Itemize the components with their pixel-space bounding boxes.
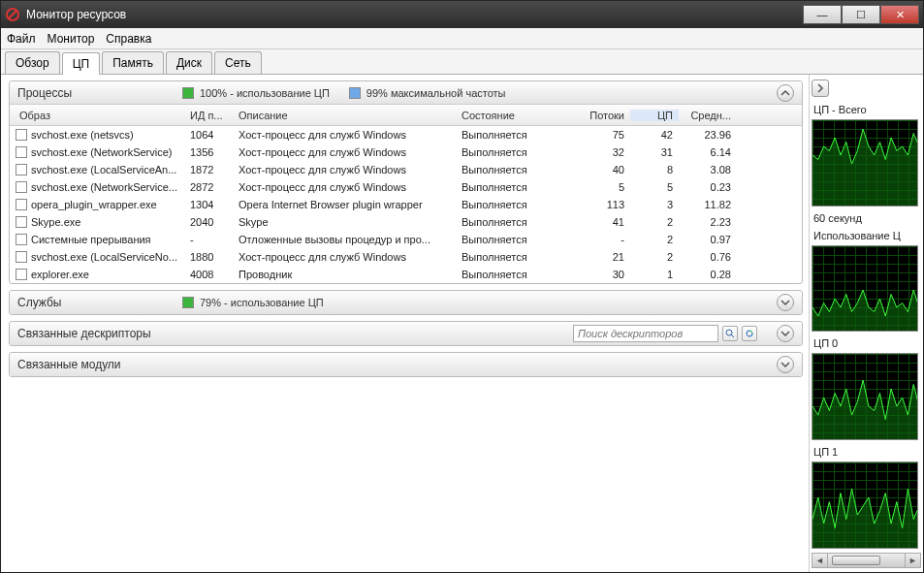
cpu-usage-meter: 100% - использование ЦП: [182, 87, 330, 99]
process-rows: svchost.exe (netsvcs)1064Хост-процесс дл…: [10, 126, 802, 283]
menu-file[interactable]: Файл: [7, 32, 36, 46]
window-buttons: — ☐ ✕: [803, 5, 919, 24]
graph-label-cpu1: ЦП 1: [812, 444, 921, 458]
scroll-left-icon[interactable]: ◄: [812, 554, 828, 567]
expand-button[interactable]: [777, 325, 794, 342]
graph-label-total: ЦП - Всего: [812, 102, 921, 115]
side-collapse-button[interactable]: [812, 80, 829, 97]
row-checkbox[interactable]: [16, 269, 27, 280]
col-pid[interactable]: ИД п...: [184, 110, 233, 121]
col-desc[interactable]: Описание: [233, 110, 456, 121]
tabbar: Обзор ЦП Память Диск Сеть: [1, 49, 923, 75]
expand-button[interactable]: [777, 294, 794, 311]
expand-button[interactable]: [777, 356, 794, 373]
table-row[interactable]: explorer.exe4008ПроводникВыполняется3010…: [10, 266, 802, 283]
green-square-icon: [182, 87, 194, 99]
modules-title: Связанные модули: [17, 358, 121, 371]
table-row[interactable]: svchost.exe (LocalServiceAn...1872Хост-п…: [10, 161, 802, 178]
chevron-down-icon: [781, 298, 790, 307]
modules-panel: Связанные модули: [9, 352, 803, 377]
handles-header[interactable]: Связанные дескрипторы: [10, 322, 802, 345]
refresh-button[interactable]: [742, 326, 757, 341]
window-title: Монитор ресурсов: [26, 8, 803, 21]
table-row[interactable]: svchost.exe (NetworkService...2872Хост-п…: [10, 178, 802, 196]
row-checkbox[interactable]: [16, 199, 27, 210]
app-icon: [5, 7, 20, 22]
tab-cpu[interactable]: ЦП: [62, 52, 101, 75]
table-row[interactable]: opera_plugin_wrapper.exe1304Opera Intern…: [10, 196, 802, 213]
table-row[interactable]: svchost.exe (netsvcs)1064Хост-процесс дл…: [10, 126, 802, 143]
graph-cpu1: [812, 462, 918, 549]
minimize-button[interactable]: —: [803, 5, 842, 24]
col-image[interactable]: Образ: [10, 110, 184, 121]
menu-help[interactable]: Справка: [106, 32, 151, 46]
close-button[interactable]: ✕: [880, 5, 919, 24]
chevron-down-icon: [781, 329, 790, 338]
table-row[interactable]: Skype.exe2040SkypeВыполняется4122.23: [10, 213, 802, 231]
menu-monitor[interactable]: Монитор: [48, 32, 95, 46]
side-scrollbar[interactable]: ◄ ►: [812, 553, 921, 568]
handles-panel: Связанные дескрипторы: [9, 321, 803, 346]
processes-title: Процессы: [17, 86, 163, 100]
processes-header[interactable]: Процессы 100% - использование ЦП 99% мак…: [10, 81, 802, 105]
tab-disk[interactable]: Диск: [166, 51, 212, 74]
col-cpu[interactable]: ЦП: [630, 110, 679, 121]
table-row[interactable]: svchost.exe (NetworkService)1356Хост-про…: [10, 143, 802, 161]
titlebar[interactable]: Монитор ресурсов — ☐ ✕: [1, 1, 923, 28]
table-row[interactable]: svchost.exe (LocalServiceNo...1880Хост-п…: [10, 248, 802, 266]
table-header: Образ ИД п... Описание Состояние Потоки …: [10, 105, 802, 126]
tab-overview[interactable]: Обзор: [5, 51, 60, 74]
graph-cpu0: [812, 353, 918, 440]
max-freq-meter: 99% максимальной частоты: [349, 87, 506, 99]
content-area: Процессы 100% - использование ЦП 99% мак…: [1, 75, 923, 572]
search-button[interactable]: [722, 326, 738, 341]
tab-memory[interactable]: Память: [102, 51, 164, 74]
handles-title: Связанные дескрипторы: [17, 327, 151, 340]
graph-label-cpu0: ЦП 0: [812, 335, 921, 349]
tab-network[interactable]: Сеть: [214, 51, 262, 74]
processes-panel: Процессы 100% - использование ЦП 99% мак…: [9, 80, 803, 284]
svg-line-1: [9, 11, 16, 18]
graph-cpu-total: [812, 119, 918, 207]
services-cpu-meter: 79% - использование ЦП: [182, 297, 324, 308]
row-checkbox[interactable]: [16, 129, 27, 141]
green-square-icon: [182, 297, 194, 308]
row-checkbox[interactable]: [16, 234, 27, 245]
search-box: [573, 325, 757, 342]
row-checkbox[interactable]: [16, 164, 27, 175]
side-panel: ЦП - Всего 60 секунд Использование Ц ЦП …: [809, 75, 923, 572]
col-avg[interactable]: Средн...: [679, 110, 737, 121]
side-top: [812, 79, 921, 98]
col-threads[interactable]: Потоки: [572, 110, 630, 121]
row-checkbox[interactable]: [16, 216, 27, 228]
row-checkbox[interactable]: [16, 181, 27, 193]
resource-monitor-window: Монитор ресурсов — ☐ ✕ Файл Монитор Спра…: [0, 0, 924, 573]
search-input[interactable]: [573, 325, 718, 342]
graph-cpu-usage: [812, 245, 918, 333]
blue-square-icon: [349, 87, 361, 99]
svg-line-3: [731, 334, 734, 337]
modules-header[interactable]: Связанные модули: [10, 353, 802, 376]
col-state[interactable]: Состояние: [456, 110, 572, 121]
scroll-thumb[interactable]: [832, 556, 880, 565]
maximize-button[interactable]: ☐: [842, 5, 880, 24]
chevron-down-icon: [781, 360, 790, 369]
graph-label-usage: Использование Ц: [812, 228, 921, 241]
refresh-icon: [745, 329, 754, 338]
collapse-button[interactable]: [777, 84, 794, 102]
graph-label-60s: 60 секунд: [812, 210, 921, 224]
main-panel: Процессы 100% - использование ЦП 99% мак…: [1, 75, 809, 572]
services-panel: Службы 79% - использование ЦП: [9, 290, 803, 315]
scroll-right-icon[interactable]: ►: [905, 554, 920, 567]
search-icon: [725, 329, 735, 338]
table-row[interactable]: Системные прерывания-Отложенные вызовы п…: [10, 231, 802, 248]
row-checkbox[interactable]: [16, 251, 27, 263]
menubar: Файл Монитор Справка: [1, 28, 923, 49]
services-title: Службы: [17, 296, 163, 309]
services-header[interactable]: Службы 79% - использование ЦП: [10, 291, 802, 314]
chevron-right-icon: [815, 83, 825, 93]
row-checkbox[interactable]: [16, 146, 27, 158]
chevron-up-icon: [781, 88, 790, 98]
